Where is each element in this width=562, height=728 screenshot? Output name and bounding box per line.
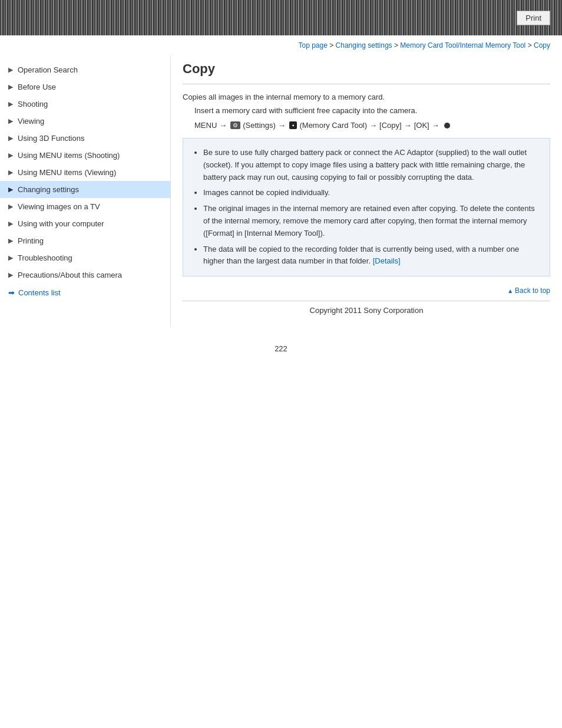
chevron-right-icon: ▶ (8, 254, 13, 262)
notes-box: Be sure to use fully charged battery pac… (183, 138, 550, 276)
print-button[interactable]: Print (517, 11, 550, 25)
sidebar-item-operation-search[interactable]: ▶ Operation Search (0, 61, 170, 78)
chevron-right-icon: ▶ (8, 237, 13, 245)
chevron-right-icon: ▶ (8, 117, 13, 125)
sidebar-item-using-menu-shooting[interactable]: ▶ Using MENU items (Shooting) (0, 147, 170, 164)
page-title: Copy (183, 55, 550, 84)
chevron-right-icon: ▶ (8, 100, 13, 108)
breadcrumb-sep1: > (328, 41, 336, 50)
back-to-top-link[interactable]: Back to top (507, 286, 550, 295)
settings-label: (Settings) (243, 121, 276, 130)
breadcrumb-copy[interactable]: Copy (534, 41, 550, 50)
arrow-sym-3: → (369, 121, 377, 130)
sidebar-item-using-3d-functions[interactable]: ▶ Using 3D Functions (0, 130, 170, 147)
chevron-right-icon: ▶ (8, 169, 13, 176)
note-item-3: The original images in the internal memo… (203, 203, 540, 239)
contents-list-link[interactable]: ➡ Contents list (0, 284, 170, 302)
chevron-right-icon: ▶ (8, 151, 13, 159)
back-to-top-row: Back to top (183, 286, 550, 295)
arrow-sym-4: → (404, 121, 412, 130)
menu-text: MENU (194, 121, 217, 130)
chevron-right-icon: ▶ (8, 134, 13, 142)
chevron-right-icon: ▶ (8, 271, 13, 279)
chevron-right-icon: ▶ (8, 220, 13, 228)
arrow-sym-2: → (278, 121, 286, 130)
content-area: Copy Copies all images in the internal m… (171, 55, 562, 327)
settings-icon: ⚙ (230, 121, 240, 129)
sidebar-item-label: Shooting (18, 100, 48, 108)
sidebar-item-using-menu-viewing[interactable]: ▶ Using MENU items (Viewing) (0, 164, 170, 181)
intro-text: Copies all images in the internal memory… (183, 93, 550, 101)
memory-card-tool-label: (Memory Card Tool) (299, 121, 367, 130)
sidebar-item-label: Before Use (18, 83, 56, 91)
sidebar-item-label: Viewing images on a TV (18, 202, 100, 211)
memory-card-icon: ▪ (289, 121, 297, 129)
menu-instruction: MENU → ⚙ (Settings) → ▪ (Memory Card Too… (194, 121, 550, 130)
sidebar: ▶ Operation Search ▶ Before Use ▶ Shooti… (0, 55, 171, 327)
chevron-right-icon: ▶ (8, 83, 13, 91)
sidebar-item-precautions[interactable]: ▶ Precautions/About this camera (0, 266, 170, 284)
contents-list-label: Contents list (18, 288, 61, 297)
sidebar-item-label: Printing (18, 236, 44, 245)
chevron-right-icon: ▶ (8, 186, 13, 193)
copyright: Copyright 2011 Sony Corporation (183, 306, 550, 315)
breadcrumb-changing-settings[interactable]: Changing settings (336, 41, 392, 50)
sidebar-item-label: Precautions/About this camera (18, 271, 122, 279)
breadcrumb-top-page[interactable]: Top page (298, 41, 327, 50)
header-bar: Print (0, 0, 562, 35)
sidebar-item-troubleshooting[interactable]: ▶ Troubleshooting (0, 249, 170, 266)
note-item-2: Images cannot be copied individually. (203, 187, 540, 199)
note-4-text: The data will be copied to the recording… (203, 245, 519, 266)
chevron-right-icon: ▶ (8, 66, 13, 74)
sidebar-item-label: Using 3D Functions (18, 134, 84, 143)
sidebar-item-printing[interactable]: ▶ Printing (0, 232, 170, 249)
ok-bracket: [OK] (414, 121, 429, 130)
sidebar-item-label: Using MENU items (Shooting) (18, 151, 120, 160)
footer-divider (183, 301, 550, 301)
copy-bracket: [Copy] (379, 121, 402, 130)
insert-instruction: Insert a memory card with sufficient fre… (194, 106, 550, 115)
main-layout: ▶ Operation Search ▶ Before Use ▶ Shooti… (0, 55, 562, 327)
arrow-sym-5: → (432, 121, 439, 130)
page-number: 222 (0, 344, 562, 353)
breadcrumb-memory-card-tool[interactable]: Memory Card Tool/Internal Memory Tool (400, 41, 525, 50)
sidebar-item-label: Using with your computer (18, 219, 104, 228)
sidebar-item-changing-settings[interactable]: ▶ Changing settings (0, 181, 170, 198)
breadcrumb: Top page > Changing settings > Memory Ca… (0, 35, 562, 55)
breadcrumb-sep2: > (392, 41, 401, 50)
arrow-sym: → (219, 121, 227, 130)
details-link[interactable]: [Details] (373, 256, 401, 265)
bullet-icon (444, 123, 450, 129)
sidebar-item-using-with-computer[interactable]: ▶ Using with your computer (0, 215, 170, 232)
sidebar-item-label: Using MENU items (Viewing) (18, 168, 116, 177)
sidebar-item-viewing-tv[interactable]: ▶ Viewing images on a TV (0, 198, 170, 215)
sidebar-item-label: Changing settings (18, 185, 79, 194)
arrow-right-icon: ➡ (8, 288, 15, 297)
breadcrumb-sep3: > (525, 41, 534, 50)
sidebar-item-label: Operation Search (18, 65, 78, 74)
sidebar-item-label: Troubleshooting (18, 253, 72, 262)
note-item-4: The data will be copied to the recording… (203, 243, 540, 268)
sidebar-item-shooting[interactable]: ▶ Shooting (0, 95, 170, 113)
sidebar-item-label: Viewing (18, 117, 44, 126)
sidebar-item-before-use[interactable]: ▶ Before Use (0, 78, 170, 95)
note-item-1: Be sure to use fully charged battery pac… (203, 147, 540, 183)
chevron-right-icon: ▶ (8, 203, 13, 210)
sidebar-item-viewing[interactable]: ▶ Viewing (0, 113, 170, 130)
